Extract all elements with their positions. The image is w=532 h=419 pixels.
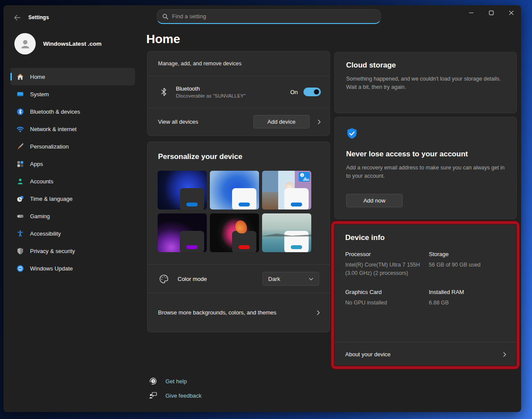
bluetooth-subtitle: Discoverable as "SUNVALLEY" xyxy=(176,93,246,98)
devices-card: Manage, add, and remove devices Bluetoot… xyxy=(147,51,330,136)
update-icon xyxy=(17,265,24,272)
devices-card-header[interactable]: Manage, add, and remove devices xyxy=(148,51,330,76)
sidebar-item-bluetooth-devices[interactable]: Bluetooth & devices xyxy=(10,103,135,120)
sidebar-item-label: Accounts xyxy=(30,178,53,185)
sidebar-item-apps[interactable]: Apps xyxy=(10,155,135,172)
wallpaper-thumb-4[interactable] xyxy=(158,213,207,252)
accent-pill xyxy=(239,203,250,206)
wallpaper-thumb-5[interactable] xyxy=(210,213,259,252)
apps-icon xyxy=(17,160,24,168)
chevron-right-icon xyxy=(317,119,322,125)
home-icon xyxy=(17,73,24,81)
storage-value: 56 GB of 90 GB used xyxy=(429,261,505,269)
palette-icon xyxy=(159,274,169,284)
color-mode-value: Dark xyxy=(268,276,280,282)
sidebar-item-accessibility[interactable]: Accessibility xyxy=(10,225,135,242)
storage-field: Storage 56 GB of 90 GB used xyxy=(429,251,505,277)
account-recovery-card: Never lose access to your account Add a … xyxy=(334,117,517,219)
give-feedback-link[interactable]: Give feedback xyxy=(149,391,202,400)
theme-preview-overlay xyxy=(284,188,309,210)
bluetooth-toggle[interactable] xyxy=(303,88,321,96)
account-recovery-message: Add a recovery email address to make sur… xyxy=(346,164,505,181)
toggle-knob xyxy=(314,89,319,95)
device-info-highlight: Device info Processor Intel(R) Core(TM) … xyxy=(331,221,519,369)
device-info-grid: Processor Intel(R) Core(TM) Ultra 7 155H… xyxy=(345,251,505,307)
accent-pill xyxy=(291,203,302,206)
sidebar-item-label: Apps xyxy=(30,161,43,167)
minimize-icon xyxy=(469,10,474,15)
sidebar-item-privacy-security[interactable]: Privacy & security xyxy=(10,242,135,260)
sidebar-item-personalization[interactable]: Personalization xyxy=(10,138,135,155)
device-info-title: Device info xyxy=(334,233,517,242)
view-all-devices-label: View all devices xyxy=(158,118,198,125)
processor-value: Intel(R) Core(TM) Ultra 7 155H (3.00 GHz… xyxy=(345,261,428,277)
user-profile[interactable]: WindowsLatest .com xyxy=(14,33,101,54)
chevron-right-icon xyxy=(316,310,321,315)
device-info-card: Device info Processor Intel(R) Core(TM) … xyxy=(334,224,517,366)
sidebar-item-windows-update[interactable]: Windows Update xyxy=(10,260,135,277)
accessibility-icon xyxy=(17,230,24,237)
about-your-device-row[interactable]: About your device xyxy=(334,342,517,366)
theme-preview-overlay xyxy=(284,231,309,252)
browse-themes-row[interactable]: Browse more backgrounds, colors, and the… xyxy=(148,293,330,332)
person-icon xyxy=(19,37,32,51)
sidebar-item-label: Privacy & security xyxy=(30,248,75,254)
color-mode-dropdown[interactable]: Dark xyxy=(263,272,319,286)
get-help-link[interactable]: ? Get help xyxy=(149,377,187,385)
sidebar-item-gaming[interactable]: Gaming xyxy=(10,207,135,225)
clock-language-icon xyxy=(17,195,24,203)
cloud-storage-title: Cloud storage xyxy=(346,61,505,70)
bluetooth-title: Bluetooth xyxy=(176,85,246,92)
bluetooth-row[interactable]: Bluetooth Discoverable as "SUNVALLEY" On xyxy=(148,76,330,108)
close-button[interactable] xyxy=(501,5,521,20)
svg-text:i: i xyxy=(302,173,303,177)
wallpaper-thumb-6[interactable] xyxy=(262,213,311,252)
storage-label: Storage xyxy=(429,251,505,257)
sidebar-item-label: Bluetooth & devices xyxy=(30,108,80,115)
shield-icon xyxy=(17,247,24,255)
add-now-button[interactable]: Add now xyxy=(346,194,403,207)
personalize-title: Personalize your device xyxy=(148,152,330,161)
color-mode-label: Color mode xyxy=(178,276,207,282)
sidebar-item-label: Home xyxy=(30,74,45,80)
sidebar-item-time-language[interactable]: Time & language xyxy=(10,190,135,207)
minimize-button[interactable] xyxy=(461,5,481,20)
cloud-storage-message: Something happened, and we couldn't load… xyxy=(346,75,505,92)
page-title: Home xyxy=(146,32,180,46)
feedback-icon xyxy=(149,391,158,400)
search-icon xyxy=(162,14,168,20)
app-title: Settings xyxy=(28,14,49,20)
view-all-devices-row[interactable]: View all devices Add device xyxy=(148,108,330,135)
add-device-button[interactable]: Add device xyxy=(253,115,310,128)
wallpaper-thumb-1[interactable] xyxy=(158,171,207,210)
sidebar-item-accounts[interactable]: Accounts xyxy=(10,172,135,190)
shield-check-icon xyxy=(346,128,358,139)
give-feedback-label: Give feedback xyxy=(165,392,202,399)
processor-label: Processor xyxy=(345,251,429,257)
sidebar-item-home[interactable]: Home xyxy=(10,68,135,85)
accent-pill xyxy=(239,245,250,249)
wallpaper-thumb-3[interactable]: i xyxy=(262,171,311,210)
wallpaper-thumb-2[interactable] xyxy=(210,171,259,210)
personalize-card: Personalize your device i Color mode xyxy=(147,142,330,332)
search-input[interactable] xyxy=(172,13,375,20)
bluetooth-toggle-state: On xyxy=(290,89,298,95)
get-help-label: Get help xyxy=(165,378,187,385)
sidebar-item-label: Network & internet xyxy=(30,126,77,132)
svg-text:?: ? xyxy=(152,379,155,383)
window-controls xyxy=(461,5,521,20)
help-icon: ? xyxy=(149,377,158,385)
sidebar-item-network-internet[interactable]: Network & internet xyxy=(10,120,135,138)
maximize-button[interactable] xyxy=(481,5,501,20)
sidebar-item-system[interactable]: System xyxy=(10,85,135,103)
maximize-icon xyxy=(489,10,494,15)
search-box[interactable] xyxy=(157,9,381,24)
spotlight-info-icon[interactable]: i xyxy=(299,172,310,183)
wifi-icon xyxy=(17,125,24,133)
graphics-label: Graphics Card xyxy=(345,289,429,295)
system-icon xyxy=(17,91,24,98)
accent-pill xyxy=(291,245,302,249)
theme-preview-overlay xyxy=(180,188,204,210)
back-button[interactable] xyxy=(10,11,24,24)
processor-field: Processor Intel(R) Core(TM) Ultra 7 155H… xyxy=(345,251,429,277)
